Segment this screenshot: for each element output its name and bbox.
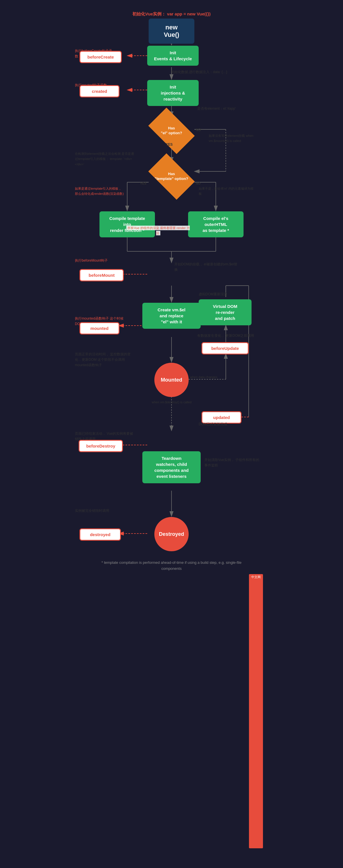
full-diagram: 初始化Vue实例： var app = new Vue({}) new Vue(… [74, 6, 269, 857]
diamond-label: Has "el" option? [161, 126, 182, 136]
teardown-box: Teardown watchers, child components and … [142, 451, 201, 483]
all-vue-annotation: 所有Vue 的组件的渲染 最终都需要 render 方法 [125, 225, 191, 236]
diagram-container: 初始化Vue实例： var app = new Vue({}) new Vue(… [74, 6, 269, 857]
mounted-hook: mounted [80, 322, 119, 335]
top-annotation: 初始化Vue实例： var app = new Vue({}) [74, 11, 269, 18]
logo-badge: 中文网 [249, 574, 263, 848]
init-injections-subtitle: 初始化数据,进行数据注入：data: {…} [119, 69, 227, 74]
updated-annotation: DOM已经更新完成 [199, 421, 256, 427]
before-destroy-hook: beforeDestroy [79, 440, 123, 452]
destroyed-hook: destroyed [80, 528, 121, 541]
new-vue-box: new Vue() [149, 19, 194, 44]
teardown-annotation: 开始清除Vue实例， 子组件和所有的事件监听 [204, 457, 261, 468]
has-el-annotation: 是否有element：el:'#app' [197, 106, 254, 111]
compile-el-box: Compile el's outerHTML as template * [188, 211, 244, 237]
destroyed-circle: Destroyed [154, 517, 189, 551]
before-update-hook: beforeUpdate [201, 342, 249, 354]
before-update-annotation: 有数据发生变化， 更新DOM之前调用 [197, 333, 254, 338]
before-mount-annotation: 执行beforeMount钩子 [75, 258, 115, 263]
before-create-hook: beforeCreate [80, 51, 122, 63]
template-annotation: 在检测到element挂载之后会检测 是否是通过template引入的模板： t… [75, 151, 136, 166]
page-activity-annotation: 页面正常的活动时间， 监控数据的变化，更新DOM 这个阶段不会调用 mounte… [75, 351, 132, 368]
before-mount-hook: beforeMount [80, 269, 124, 281]
has-template-no-label: NO [196, 181, 201, 186]
has-el-diamond: Has "el" option? [149, 117, 194, 145]
diamond-label: Has "template" option? [154, 172, 188, 181]
has-template-yes-label: YES [140, 181, 146, 186]
created-hook: created [80, 85, 119, 97]
virtual-dom-box: Virtual DOM re-render and patch [199, 299, 252, 325]
footer-note: * template compilation is performed ahea… [100, 560, 243, 572]
has-el-yes-label: YES [166, 142, 173, 147]
compile-yes-annotation: 如果是通过template引入的模板， 那么会转化成render函数(渲染函数) [75, 186, 125, 196]
destroyed-hook-annotation: 实例被完全销毁时调用 [75, 508, 125, 513]
virtual-dom-annotation: 虚拟DOM重新渲染 [199, 291, 256, 297]
init-injections-box: Init injections & reactivity [147, 80, 199, 106]
before-mount-subtitle: 开始DOM的挂载， el被新创建的vm.$el替换 [174, 261, 240, 272]
mounted-circle: Mounted [154, 363, 189, 397]
wait-annotation: 如果没有等待element挂载 when vm.$mount(el) is ca… [209, 133, 257, 144]
when-data-changes: when data changes [190, 374, 217, 379]
when-destroy-annotation: when vm.$destroy() is called [145, 399, 198, 404]
create-vm-box: Create vm.$el and replace "el" with it [142, 303, 201, 329]
has-template-diamond: Has "template" option? [149, 162, 194, 191]
compile-no-annotation: 如果不是，则会将'el' 内的元素编译为模板 [199, 186, 256, 196]
has-el-no-label: NO [196, 127, 201, 132]
init-events-box: Init Events & Lifecycle [147, 46, 199, 66]
